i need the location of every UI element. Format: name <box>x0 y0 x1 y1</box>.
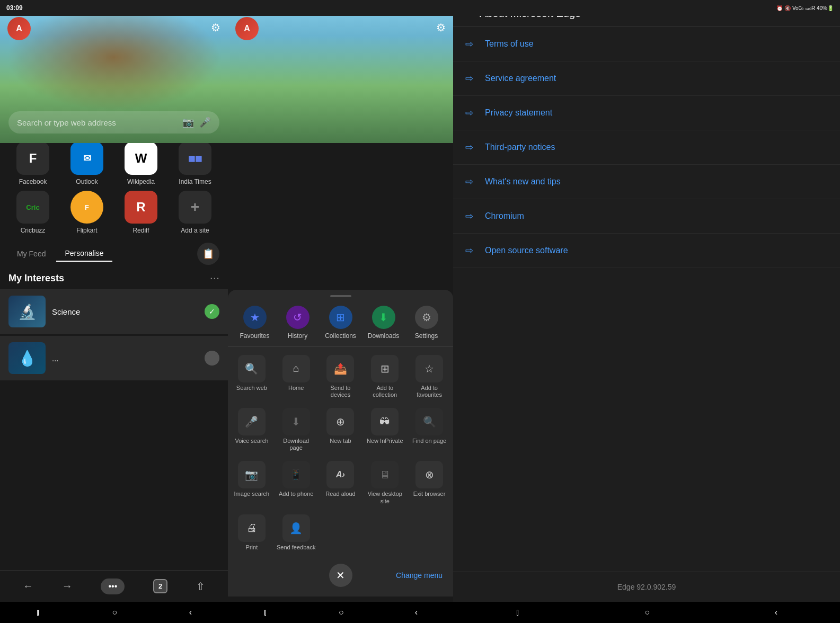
settings-icon-top-2[interactable]: ⚙ <box>436 21 446 34</box>
cm-item-add-to-favourites[interactable]: ☆ Add to favourites <box>408 351 451 403</box>
cm-item-search-web[interactable]: 🔍 Search web <box>230 351 273 403</box>
menu-item-service-agreement[interactable]: ⇨ Service agreement <box>453 61 840 96</box>
cm-item-new-inprivate[interactable]: 🕶 New InPrivate <box>363 404 406 456</box>
interest-check-tech <box>205 351 219 366</box>
cm-item-label-add-to-collection: Add to collection <box>365 385 404 398</box>
shortcut-cricbuzz[interactable]: Cric Cricbuzz <box>8 191 57 234</box>
cm-item-home[interactable]: ⌂ Home <box>275 351 318 403</box>
user-avatar-1[interactable]: A <box>7 17 31 40</box>
hero-image-2 <box>228 0 453 143</box>
shortcut-indiatimes[interactable]: ▦▦ India Times <box>171 142 219 185</box>
shortcut-label-flipkart: Flipkart <box>76 227 97 234</box>
status-time-3: 03:09 <box>6 4 23 12</box>
add-to-collection-icon: ⊞ <box>371 355 399 382</box>
cm-tab-history[interactable]: ↺ History <box>276 306 319 340</box>
settings-icon-top-1[interactable]: ⚙ <box>211 21 220 34</box>
interest-tech[interactable]: 💧 ... <box>0 336 228 380</box>
cm-item-print[interactable]: 🖨 Print <box>230 510 273 555</box>
bottom-bar-1: ← → ••• 2 ⇧ <box>0 570 228 602</box>
sys-home-icon-3[interactable]: ○ <box>644 608 650 617</box>
sys-nav-1: ⫿ ○ ‹ <box>0 602 228 623</box>
cm-item-download-page[interactable]: ⬇ Download page <box>275 404 318 456</box>
sys-back-icon-3[interactable]: ‹ <box>775 608 777 617</box>
flipkart-icon: F <box>70 191 103 224</box>
sys-menu-icon-1[interactable]: ⫿ <box>36 608 40 617</box>
cm-item-voice-search[interactable]: 🎤 Voice search <box>230 404 273 456</box>
shortcut-flipkart[interactable]: F Flipkart <box>63 191 111 234</box>
cm-item-exit-browser[interactable]: ⊗ Exit browser <box>408 457 451 509</box>
cm-item-send-feedback[interactable]: 👤 Send feedback <box>275 510 318 555</box>
shortcut-wikipedia[interactable]: W Wikipedia <box>117 142 165 185</box>
cm-item-view-desktop-site[interactable]: 🖥 View desktop site <box>363 457 406 509</box>
tabs-button-1[interactable]: 2 <box>153 579 167 593</box>
drag-handle[interactable] <box>330 295 351 297</box>
cm-item-send-to-devices[interactable]: 📤 Send to devices <box>319 351 362 403</box>
cm-item-find-on-page[interactable]: 🔍 Find on page <box>408 404 451 456</box>
sys-back-icon-2[interactable]: ‹ <box>415 608 418 617</box>
menu-label-whats-new: What's new and tips <box>485 177 561 186</box>
cm-item-label-read-aloud: Read aloud <box>325 491 355 497</box>
close-context-menu-button[interactable]: ✕ <box>329 564 352 587</box>
cm-item-label-send-feedback: Send feedback <box>277 544 315 551</box>
cm-item-add-to-collection[interactable]: ⊞ Add to collection <box>363 351 406 403</box>
shortcut-facebook[interactable]: F Facebook <box>8 142 57 185</box>
cm-item-new-tab[interactable]: ⊕ New tab <box>319 404 362 456</box>
sys-menu-icon-3[interactable]: ⫿ <box>516 608 520 617</box>
sys-back-icon-1[interactable]: ‹ <box>189 608 192 617</box>
view-desktop-site-icon: 🖥 <box>371 461 399 488</box>
rediff-icon: R <box>125 191 157 224</box>
change-menu-button[interactable]: Change menu <box>396 571 443 580</box>
camera-icon[interactable]: 📷 <box>182 117 194 128</box>
menu-item-terms-of-use[interactable]: ⇨ Terms of use <box>453 27 840 61</box>
sys-home-icon-2[interactable]: ○ <box>339 608 344 617</box>
cm-tab-favourites[interactable]: ★ Favourites <box>233 306 276 340</box>
shortcut-label-rediff: Rediff <box>132 227 149 234</box>
menu-item-privacy-statement[interactable]: ⇨ Privacy statement <box>453 96 840 130</box>
cm-grid: 🔍 Search web ⌂ Home 📤 Send to devices ⊞ … <box>228 346 453 559</box>
cm-item-read-aloud[interactable]: A› Read aloud <box>319 457 362 509</box>
menu-item-whats-new[interactable]: ⇨ What's new and tips <box>453 165 840 199</box>
back-button-1[interactable]: ← <box>23 580 33 592</box>
shortcut-addsite[interactable]: + Add a site <box>171 191 219 234</box>
cm-item-label-send-to-devices: Send to devices <box>321 385 360 398</box>
privacy-link-icon: ⇨ <box>462 105 476 120</box>
forward-button-1[interactable]: → <box>62 580 73 592</box>
interest-science[interactable]: 🔬 Science ✓ <box>0 289 228 334</box>
cm-tab-label-settings: Settings <box>415 332 438 340</box>
cm-tab-collections[interactable]: ⊞ Collections <box>319 306 362 340</box>
favourites-tab-icon: ★ <box>243 306 267 329</box>
menu-item-third-party-notices[interactable]: ⇨ Third-party notices <box>453 130 840 165</box>
menu-label-third-party-notices: Third-party notices <box>485 143 555 152</box>
about-menu-list: ⇨ Terms of use ⇨ Service agreement ⇨ Pri… <box>453 27 840 572</box>
menu-item-open-source-software[interactable]: ⇨ Open source software <box>453 234 840 268</box>
collections-tab-icon: ⊞ <box>329 306 352 329</box>
voice-search-icon: 🎤 <box>238 408 266 435</box>
cm-tab-label-downloads: Downloads <box>368 332 399 340</box>
cm-tab-downloads[interactable]: ⬇ Downloads <box>362 306 405 340</box>
user-avatar-2[interactable]: A <box>235 17 259 40</box>
mic-icon[interactable]: 🎤 <box>199 117 211 128</box>
more-options-button-1[interactable]: ••• <box>101 578 125 594</box>
cm-item-add-to-phone[interactable]: 📱 Add to phone <box>275 457 318 509</box>
feed-tabs: My Feed Personalise 📋 <box>0 238 228 269</box>
shortcut-rediff[interactable]: R Rediff <box>117 191 165 234</box>
tab-myfeed[interactable]: My Feed <box>8 246 54 261</box>
cm-item-label-view-desktop-site: View desktop site <box>365 491 404 504</box>
shortcut-outlook[interactable]: ✉ Outlook <box>63 142 111 185</box>
shortcut-label-facebook: Facebook <box>19 178 47 185</box>
wikipedia-icon: W <box>125 142 157 175</box>
sys-menu-icon-2[interactable]: ⫿ <box>263 608 268 617</box>
search-bar[interactable]: Search or type web address 📷 🎤 <box>8 111 219 134</box>
share-button-1[interactable]: ⇧ <box>196 580 205 593</box>
cm-item-label-add-to-phone: Add to phone <box>279 491 313 497</box>
interests-more-icon[interactable]: ··· <box>210 271 219 285</box>
interests-header: My Interests ··· <box>0 269 228 289</box>
sys-home-icon-1[interactable]: ○ <box>112 608 117 617</box>
tab-personalise[interactable]: Personalise <box>56 246 112 262</box>
menu-item-chromium[interactable]: ⇨ Chromium <box>453 199 840 234</box>
cm-tab-settings[interactable]: ⚙ Settings <box>405 306 448 340</box>
cm-item-image-search[interactable]: 📷 Image search <box>230 457 273 509</box>
feed-fab-button[interactable]: 📋 <box>197 243 219 265</box>
context-menu: ★ Favourites ↺ History ⊞ Collections ⬇ D… <box>228 290 453 597</box>
panel-home: 03:09 🖼 📷 🔧 • ⏰ 🔇 Vo0₀ ᵥₒ₀R 40%🔋 A ⚙ Sea… <box>0 0 228 623</box>
